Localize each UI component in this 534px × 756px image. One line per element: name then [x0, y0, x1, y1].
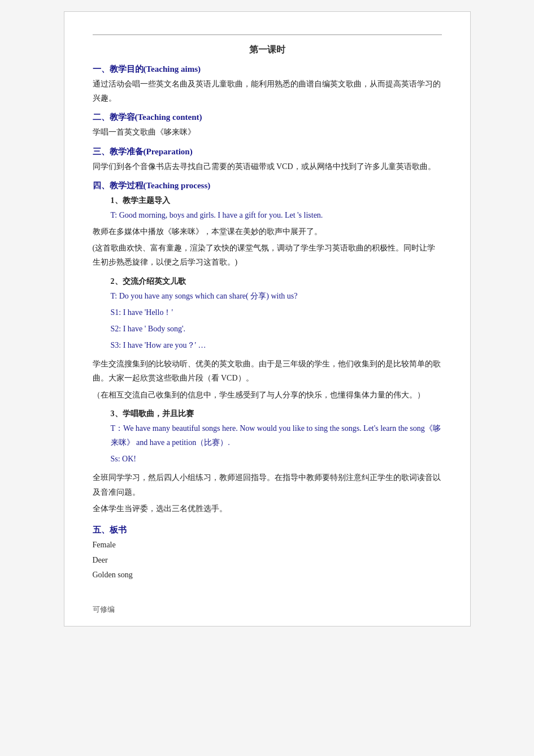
section2-body: 学唱一首英文歌曲《哆来咪》 — [93, 125, 442, 139]
sub2-s3: S3: I have 'How are you？' … — [93, 338, 442, 352]
sub3-heading: 3、学唱歌曲，并且比赛 — [93, 409, 442, 419]
sub1-desc: 教师在多媒体中播放《哆来咪》，本堂课在美妙的歌声中展开了。 — [93, 224, 442, 239]
sub1-dialog: T: Good morning, boys and girls. I have … — [93, 208, 442, 222]
section5-heading: 五、板书 — [93, 525, 442, 535]
section4-heading: 四、教学过程(Teaching process) — [93, 180, 442, 191]
sub3-dialog: T：We have many beautiful songs here. Now… — [93, 421, 442, 450]
section2-heading: 二、教学容(Teaching content) — [93, 112, 442, 123]
footer-note: 可修编 — [93, 604, 115, 615]
sub1-paren: (这首歌曲欢快、富有童趣，渲染了欢快的课堂气氛，调动了学生学习英语歌曲的积极性。… — [93, 241, 442, 269]
page-container: 第一课时 一、教学目的(Teaching aims) 通过活动会唱一些英文名曲及… — [0, 0, 534, 756]
section1-body: 通过活动会唱一些英文名曲及英语儿童歌曲，能利用熟悉的曲谱自编英文歌曲，从而提高英… — [93, 77, 442, 105]
document-title: 第一课时 — [93, 44, 442, 56]
section3-heading: 三、教学准备(Preparation) — [93, 146, 442, 157]
section1-heading: 一、教学目的(Teaching aims) — [93, 64, 442, 75]
sub2-s2: S2: I have ' Body song'. — [93, 322, 442, 336]
sub3-ss: Ss: OK! — [93, 452, 442, 466]
sub3-desc1: 全班同学学习，然后四人小组练习，教师巡回指导。在指导中教师要特别注意纠正学生的歌… — [93, 470, 442, 499]
sub3-desc2: 全体学生当评委，选出三名优胜选手。 — [93, 502, 442, 516]
board-item2: Deer — [93, 553, 442, 568]
top-divider — [93, 34, 442, 35]
sub2-desc1: 学生交流搜集到的比较动听、优美的英文歌曲。由于是三年级的学生，他们收集到的是比较… — [93, 357, 442, 385]
document: 第一课时 一、教学目的(Teaching aims) 通过活动会唱一些英文名曲及… — [64, 11, 471, 627]
sub2-dialog1: T: Do you have any songs which can share… — [93, 289, 442, 303]
board-item1: Female — [93, 538, 442, 553]
board-item3: Golden song — [93, 568, 442, 583]
section3-body: 同学们到各个音像书店去寻找自己需要的英语磁带或 VCD，或从网络中找到了许多儿童… — [93, 159, 442, 174]
sub2-paren: （在相互交流自己收集到的信息中，学生感受到了与人分享的快乐，也懂得集体力量的伟大… — [93, 388, 442, 402]
sub1-heading: 1、教学主题导入 — [93, 196, 442, 206]
sub2-heading: 2、交流介绍英文儿歌 — [93, 277, 442, 287]
sub2-s1: S1: I have 'Hello！' — [93, 305, 442, 319]
